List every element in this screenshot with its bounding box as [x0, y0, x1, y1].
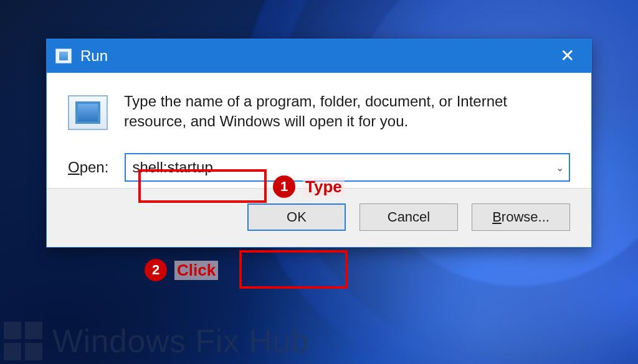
watermark-logo-icon — [4, 322, 42, 360]
cancel-button[interactable]: Cancel — [359, 203, 458, 231]
close-button[interactable]: ✕ — [550, 39, 584, 73]
open-input[interactable] — [125, 153, 570, 182]
watermark: Windows Fix Hub — [4, 322, 309, 360]
open-label: Open: — [68, 159, 108, 176]
dialog-description: Type the name of a program, folder, docu… — [124, 91, 570, 132]
run-app-icon — [55, 49, 72, 63]
browse-button[interactable]: Browse... — [472, 203, 570, 231]
open-combobox[interactable]: ⌄ — [125, 153, 570, 182]
window-title: Run — [80, 47, 541, 65]
close-icon: ✕ — [560, 47, 574, 65]
run-dialog-icon — [68, 95, 108, 130]
button-row: OK Cancel Browse... — [47, 188, 591, 247]
ok-button[interactable]: OK — [247, 203, 346, 231]
watermark-text: Windows Fix Hub — [52, 322, 309, 360]
dialog-content: Type the name of a program, folder, docu… — [47, 73, 591, 188]
titlebar[interactable]: Run ✕ — [47, 39, 591, 73]
run-dialog: Run ✕ Type the name of a program, folder… — [46, 39, 592, 248]
